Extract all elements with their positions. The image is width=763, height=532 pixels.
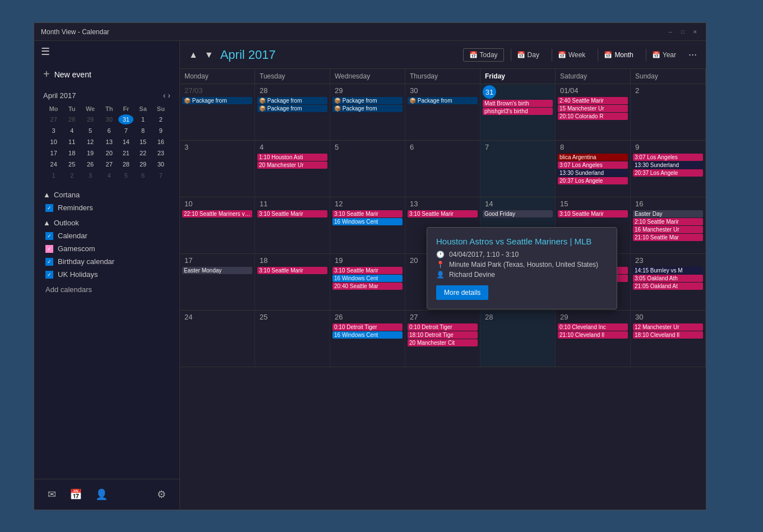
event-item[interactable]: 3:05 Oakland Ath [633,275,703,282]
event-item[interactable]: 20:10 Colorado R [558,113,628,120]
event-item[interactable]: 📦 Package from [408,97,478,104]
mini-day[interactable]: 1 [44,170,63,181]
event-item[interactable]: 20:37 Los Angele [558,177,628,184]
event-item[interactable]: 0:10 Detroit Tiger [408,323,478,331]
next-month-button[interactable]: ▼ [205,50,214,60]
event-item[interactable]: blica Argentina [558,154,628,161]
mini-day[interactable]: 6 [101,126,117,136]
prev-month-button[interactable]: ▲ [189,50,198,60]
mini-day[interactable]: 26 [81,159,100,169]
mail-icon[interactable]: ✉ [43,486,61,503]
mini-day[interactable]: 6 [135,170,151,181]
mini-day[interactable]: 4 [64,126,80,136]
week-view-button[interactable]: 📅 Week [552,49,591,61]
mini-day[interactable]: 14 [118,137,133,147]
mini-day[interactable]: 18 [64,148,80,158]
mini-day[interactable]: 9 [152,126,169,136]
mini-day[interactable]: 30 [101,114,117,124]
mini-day[interactable]: 3 [81,170,100,181]
mini-day[interactable]: 28 [118,159,133,169]
mini-day[interactable]: 24 [44,159,63,169]
calendar-checkbox[interactable]: ✓ [45,232,53,240]
maximize-button[interactable]: □ [679,28,687,36]
mini-day[interactable]: 22 [135,148,151,158]
mini-day[interactable]: 7 [152,170,169,181]
event-item[interactable]: 3:10 Seattle Marir [408,210,478,218]
event-item[interactable]: 3:07 Los Angeles [558,161,628,169]
mini-day[interactable]: 1 [135,114,151,124]
mini-day[interactable]: 11 [64,137,80,147]
mini-day[interactable]: 2 [152,114,169,124]
reminders-checkbox[interactable]: ✓ [45,204,53,212]
mini-day[interactable]: 29 [81,114,100,124]
today-button[interactable]: 📅 Today [463,48,504,62]
cortana-section[interactable]: ▲ Cortana [34,186,179,201]
close-button[interactable]: ✕ [691,28,699,36]
new-event-button[interactable]: + New event [34,62,179,86]
event-item[interactable]: 3:10 Seattle Marir [332,210,403,218]
event-item[interactable]: Good Friday [483,210,553,218]
mini-day[interactable]: 7 [118,126,133,136]
mini-day[interactable]: 27 [101,159,117,169]
mini-day[interactable]: 5 [118,170,133,181]
mini-cal-prev[interactable]: ‹ [163,91,166,100]
event-item[interactable]: 1:10 Houston Asti [257,154,327,161]
event-item[interactable]: 21:10 Seattle Mar [633,234,703,241]
event-item[interactable]: 16 Windows Cent [332,331,403,339]
calendar-icon[interactable]: 📅 [65,486,86,503]
event-item[interactable]: 0:10 Detroit Tiger [332,323,403,331]
event-item[interactable]: 21:10 Cleveland Il [558,331,628,339]
event-item[interactable]: 2:10 Seattle Marir [633,218,703,225]
event-item[interactable]: 18:10 Detroit Tige [408,331,478,339]
mini-day[interactable]: 21 [118,148,133,158]
event-item[interactable]: 22:10 Seattle Mariners vs Houston Astr [182,210,252,218]
mini-day[interactable]: 25 [64,159,80,169]
event-item[interactable]: 📦 Package from [332,97,403,104]
mini-day[interactable]: 28 [64,114,80,124]
people-icon[interactable]: 👤 [91,486,112,503]
mini-day[interactable]: 20 [101,148,117,158]
mini-day[interactable]: 19 [81,148,100,158]
event-item[interactable]: phishgirl3's birthd [483,108,553,115]
event-item[interactable]: 3:10 Seattle Marir [332,267,403,274]
birthday-item[interactable]: ✓ Birthday calendar [34,255,179,268]
event-item[interactable]: 20 Manchester Ur [257,161,327,169]
event-item[interactable]: 16 Manchester Ur [633,226,703,233]
more-options-button[interactable]: ··· [688,49,697,61]
uk-holidays-checkbox[interactable]: ✓ [45,271,53,279]
event-item[interactable]: 3:10 Seattle Marir [558,210,628,218]
event-item[interactable]: Matt Brown's birth [483,100,553,107]
event-item[interactable]: 20:37 Los Angele [633,169,703,177]
gamescom-item[interactable]: ✓ Gamescom [34,242,179,255]
reminders-item[interactable]: ✓ Reminders [34,201,179,214]
minimize-button[interactable]: ─ [667,28,674,36]
mini-day[interactable]: 13 [101,137,117,147]
mini-day[interactable]: 10 [44,137,63,147]
event-item[interactable]: 2:40 Seattle Marir [558,97,628,104]
hamburger-icon[interactable]: ☰ [41,45,50,58]
event-item[interactable]: 21:05 Oakland At [633,283,703,290]
day-view-button[interactable]: 📅 Day [511,49,545,61]
event-item[interactable]: 18:10 Cleveland Il [633,331,703,339]
mini-day-today[interactable]: 31 [118,114,133,124]
mini-day[interactable]: 30 [152,159,169,169]
event-item[interactable]: 📦 Package from [182,97,252,104]
mini-day[interactable]: 29 [135,159,151,169]
month-view-button[interactable]: 📅 Month [598,49,639,61]
mini-day[interactable]: 27 [44,114,63,124]
event-item[interactable]: Easter Monday [182,267,252,274]
event-item[interactable]: Easter Day [633,210,703,218]
event-item[interactable]: 13:30 Sunderland [633,161,703,169]
event-item[interactable]: 📦 Package from [257,97,327,104]
event-item[interactable]: 3:10 Seattle Marir [257,210,327,218]
year-view-button[interactable]: 📅 Year [646,49,682,61]
event-item[interactable]: 16 Windows Cent [332,275,403,282]
gamescom-checkbox[interactable]: ✓ [45,245,53,253]
event-item[interactable]: 13:30 Sunderland [558,169,628,177]
more-details-button[interactable]: More details [436,285,488,300]
outlook-section[interactable]: ▲ Outlook [34,214,179,229]
mini-day[interactable]: 16 [152,137,169,147]
settings-icon[interactable]: ⚙ [152,486,170,503]
mini-day[interactable]: 8 [135,126,151,136]
event-item[interactable]: 3:10 Seattle Marir [257,267,327,274]
